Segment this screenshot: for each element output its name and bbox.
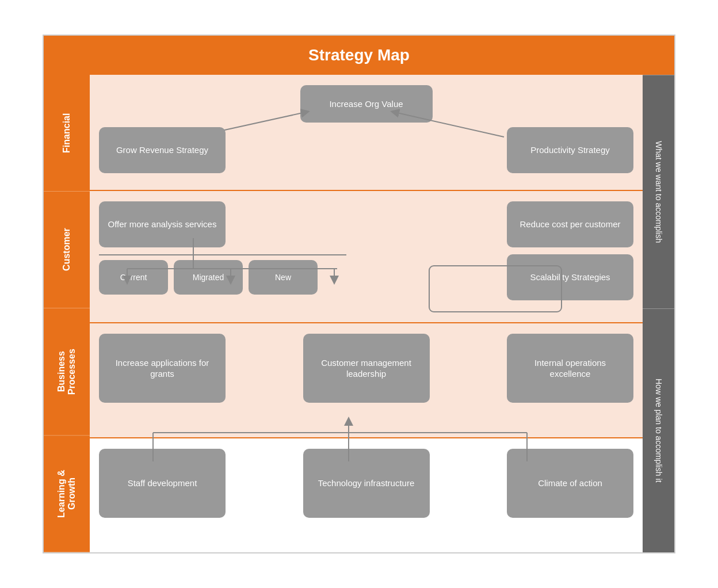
customer-top: Offer more analysis services Reduce cost… xyxy=(99,201,633,247)
financial-top: Increase Org Value xyxy=(300,85,433,123)
page-title: Strategy Map xyxy=(44,46,674,64)
customer-row: Offer more analysis services Reduce cost… xyxy=(90,190,643,322)
staff-development-node: Staff development xyxy=(99,449,226,518)
title-bar: Strategy Map xyxy=(44,36,674,75)
current-node: Current xyxy=(99,260,168,295)
customer-small-nodes: Current Migrated New xyxy=(99,260,318,295)
financial-bottom: Grow Revenue Strategy Productivity Strat… xyxy=(99,127,633,173)
offer-analysis-node: Offer more analysis services xyxy=(99,201,226,247)
learning-layout: Staff development Technology infrastruct… xyxy=(99,449,633,518)
increase-applications-node: Increase applications for grants xyxy=(99,334,226,403)
strategy-map: Strategy Map Financial Customer Business… xyxy=(43,35,675,553)
customer-divider xyxy=(99,254,346,255)
main-content: Increase Org Value Grow Revenue Strategy… xyxy=(90,75,643,552)
label-customer: Customer xyxy=(44,192,90,308)
learning-row: Staff development Technology infrastruct… xyxy=(90,437,643,552)
customer-management-node: Customer management leadership xyxy=(303,334,430,403)
grow-revenue-node: Grow Revenue Strategy xyxy=(99,127,226,173)
migrated-node: Migrated xyxy=(174,260,243,295)
label-financial: Financial xyxy=(44,75,90,192)
label-learning: Learning &Growth xyxy=(44,436,90,552)
right-label-bottom: How we plan to accomplish it xyxy=(643,308,674,552)
customer-bottom: Current Migrated New Scalability Strateg… xyxy=(99,254,633,300)
internal-operations-node: Internal operations excellence xyxy=(507,334,633,403)
financial-layout: Increase Org Value Grow Revenue Strategy… xyxy=(99,85,633,173)
customer-bottom-right: Scalability Strategies xyxy=(507,254,633,300)
right-sidebar: What we want to accomplish How we plan t… xyxy=(643,75,674,552)
business-row: Increase applications for grants Custome… xyxy=(90,322,643,437)
outer-layout: Financial Customer BusinessProcesses Lea… xyxy=(44,75,674,552)
label-business: BusinessProcesses xyxy=(44,308,90,436)
productivity-strategy-node: Productivity Strategy xyxy=(507,127,633,173)
business-layout: Increase applications for grants Custome… xyxy=(99,334,633,403)
customer-bottom-left: Current Migrated New xyxy=(99,254,346,295)
scalability-node: Scalability Strategies xyxy=(507,254,633,300)
financial-row: Increase Org Value Grow Revenue Strategy… xyxy=(90,75,643,190)
left-sidebar: Financial Customer BusinessProcesses Lea… xyxy=(44,75,90,552)
new-node: New xyxy=(249,260,318,295)
climate-of-action-node: Climate of action xyxy=(507,449,633,518)
increase-org-value-node: Increase Org Value xyxy=(300,85,433,123)
right-label-top: What we want to accomplish xyxy=(643,75,674,308)
technology-infrastructure-node: Technology infrastructure xyxy=(303,449,430,518)
reduce-cost-node: Reduce cost per customer xyxy=(507,201,633,247)
